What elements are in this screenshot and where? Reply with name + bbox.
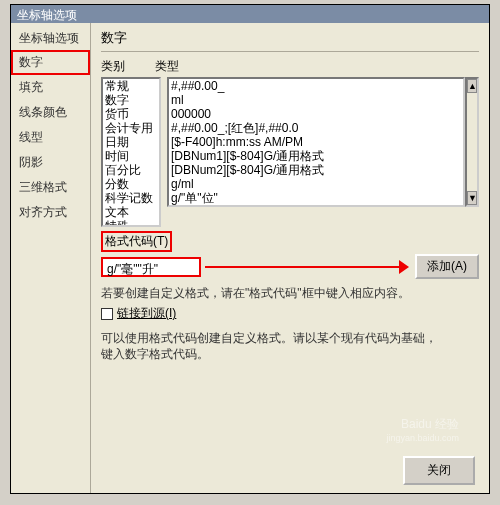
checkbox-icon[interactable] bbox=[101, 308, 113, 320]
link-to-source-checkbox[interactable]: 链接到源(I) bbox=[101, 305, 479, 322]
category-label: 类别 bbox=[101, 58, 149, 75]
sidebar-item-fill[interactable]: 填充 bbox=[11, 75, 90, 100]
arrow-head-icon bbox=[399, 260, 409, 274]
hint-text-2: 可以使用格式代码创建自定义格式。请以某个现有代码为基础， 键入数字格式代码。 bbox=[101, 330, 479, 362]
type-item[interactable]: g/"单"位" bbox=[169, 191, 463, 205]
type-item[interactable]: ml bbox=[169, 93, 463, 107]
add-button[interactable]: 添加(A) bbox=[415, 254, 479, 279]
content-area: 坐标轴选项 数字 填充 线条颜色 线型 阴影 三维格式 对齐方式 数字 类别 类… bbox=[11, 23, 489, 493]
cat-item[interactable]: 数字 bbox=[103, 93, 159, 107]
type-item[interactable]: 000000 bbox=[169, 107, 463, 121]
scrollbar[interactable]: ▲ ▼ bbox=[465, 77, 479, 207]
scroll-up-icon[interactable]: ▲ bbox=[467, 79, 477, 93]
cat-item[interactable]: 日期 bbox=[103, 135, 159, 149]
cat-item[interactable]: 时间 bbox=[103, 149, 159, 163]
cat-item[interactable]: 百分比 bbox=[103, 163, 159, 177]
titlebar: 坐标轴选项 bbox=[11, 5, 489, 23]
sidebar-item-line-color[interactable]: 线条颜色 bbox=[11, 100, 90, 125]
type-item[interactable]: #,##0.00_;[红色]#,##0.0 bbox=[169, 121, 463, 135]
cat-item[interactable]: 常规 bbox=[103, 79, 159, 93]
cat-item[interactable]: 分数 bbox=[103, 177, 159, 191]
cat-item[interactable]: 文本 bbox=[103, 205, 159, 219]
labels-row: 类别 类型 bbox=[101, 58, 479, 75]
cat-item[interactable]: 会计专用 bbox=[103, 121, 159, 135]
footer: 关闭 bbox=[403, 456, 475, 485]
sidebar-item-align[interactable]: 对齐方式 bbox=[11, 200, 90, 225]
watermark: Baidu 经验 jingyan.baidu.com bbox=[386, 417, 459, 445]
type-item[interactable]: #,##0.00_ bbox=[169, 79, 463, 93]
type-item[interactable]: [DBNum2][$-804]G/通用格式 bbox=[169, 163, 463, 177]
type-listbox[interactable]: #,##0.00_ ml 000000 #,##0.00_;[红色]#,##0.… bbox=[167, 77, 465, 207]
window-title: 坐标轴选项 bbox=[17, 8, 77, 22]
sidebar-title: 坐标轴选项 bbox=[11, 27, 90, 50]
sidebar-item-shadow[interactable]: 阴影 bbox=[11, 150, 90, 175]
type-item[interactable]: [$-F400]h:mm:ss AM/PM bbox=[169, 135, 463, 149]
cat-item[interactable]: 特殊 bbox=[103, 219, 159, 227]
page-title: 数字 bbox=[101, 29, 479, 52]
hint-text-1: 若要创建自定义格式，请在"格式代码"框中键入相应内容。 bbox=[101, 285, 479, 301]
format-code-label: 格式代码(T) bbox=[101, 231, 172, 252]
sidebar-item-3d[interactable]: 三维格式 bbox=[11, 175, 90, 200]
scroll-down-icon[interactable]: ▼ bbox=[467, 191, 477, 205]
category-listbox[interactable]: 常规 数字 货币 会计专用 日期 时间 百分比 分数 科学记数 文本 特殊 自定… bbox=[101, 77, 161, 227]
cat-item[interactable]: 科学记数 bbox=[103, 191, 159, 205]
checkbox-label: 链接到源(I) bbox=[117, 305, 176, 322]
type-item[interactable]: g/ml bbox=[169, 177, 463, 191]
lists-row: 常规 数字 货币 会计专用 日期 时间 百分比 分数 科学记数 文本 特殊 自定… bbox=[101, 77, 479, 227]
format-code-input[interactable]: g/"毫""升" bbox=[101, 257, 201, 277]
code-row: g/"毫""升" 添加(A) bbox=[101, 254, 479, 279]
type-item-selected[interactable]: g/"毫""升" bbox=[169, 205, 463, 207]
close-button[interactable]: 关闭 bbox=[403, 456, 475, 485]
type-item[interactable]: [DBNum1][$-804]G/通用格式 bbox=[169, 149, 463, 163]
cat-item[interactable]: 货币 bbox=[103, 107, 159, 121]
type-label: 类型 bbox=[155, 58, 479, 75]
sidebar-item-number[interactable]: 数字 bbox=[11, 50, 90, 75]
sidebar: 坐标轴选项 数字 填充 线条颜色 线型 阴影 三维格式 对齐方式 bbox=[11, 23, 91, 493]
sidebar-item-line-style[interactable]: 线型 bbox=[11, 125, 90, 150]
dialog-window: 坐标轴选项 坐标轴选项 数字 填充 线条颜色 线型 阴影 三维格式 对齐方式 数… bbox=[10, 4, 490, 494]
annotation-arrow bbox=[205, 257, 407, 277]
arrow-line bbox=[205, 266, 407, 268]
main-panel: 数字 类别 类型 常规 数字 货币 会计专用 日期 时间 百分比 分数 科学记数… bbox=[91, 23, 489, 493]
